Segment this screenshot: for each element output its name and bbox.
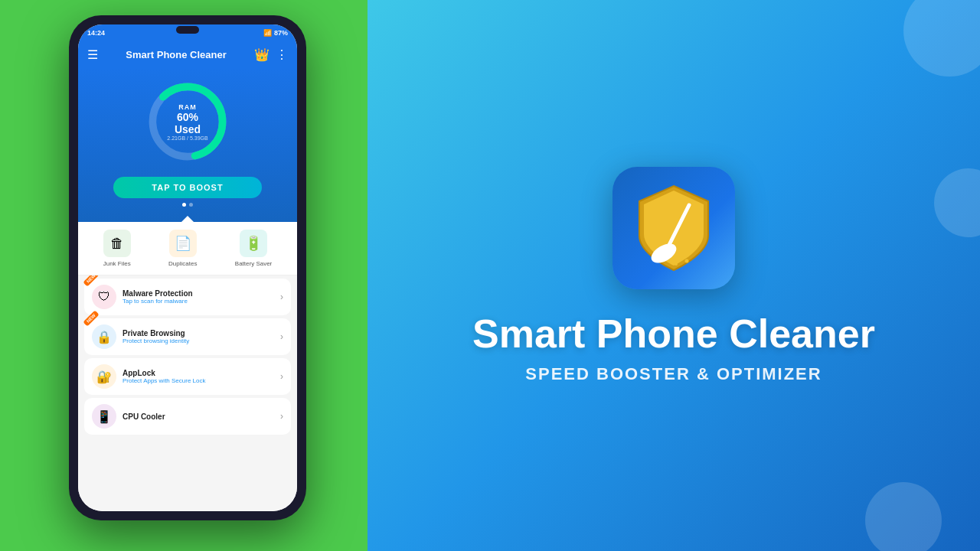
malware-text: Malware Protection Tap to scan for malwa…: [122, 289, 274, 305]
feature-applock[interactable]: 🔐 AppLock Protect Apps with Secure Lock …: [84, 358, 291, 395]
gauge-detail: 2.21GB / 5.39GB: [165, 135, 211, 141]
more-feature-icon: 📱: [96, 409, 112, 424]
feature-list: NEW 🛡 Malware Protection Tap to scan for…: [78, 276, 297, 511]
applock-icon-wrap: 🔐: [92, 364, 116, 389]
private-browsing-subtitle: Protect browsing identity: [122, 337, 274, 344]
feature-private-browsing[interactable]: NEW 🔒 Private Browsing Protect browsing …: [84, 318, 291, 355]
phone-screen: 14:24 📶 87% ☰ Smart Phone Cleaner 👑 ⋮: [78, 24, 297, 511]
feature-malware-protection[interactable]: NEW 🛡 Malware Protection Tap to scan for…: [84, 279, 291, 315]
malware-subtitle: Tap to scan for malware: [122, 298, 274, 305]
malware-arrow: ›: [280, 292, 283, 302]
app-header-title: Smart Phone Cleaner: [126, 49, 227, 60]
app-title-text: Smart Phone Cleaner: [472, 311, 875, 356]
junk-files-icon: 🗑: [103, 230, 131, 257]
duplicates-label: Duplicates: [168, 260, 197, 267]
phone-notch: [176, 26, 199, 34]
new-badge-malware: NEW: [83, 276, 99, 287]
applock-icon: 🔐: [96, 370, 112, 384]
private-browsing-title: Private Browsing: [122, 329, 274, 337]
action-duplicates[interactable]: 📄 Duplicates: [168, 230, 197, 267]
private-browsing-icon: 🔒: [96, 330, 112, 344]
applock-title: AppLock: [122, 369, 274, 377]
more-feature-arrow: ›: [280, 411, 283, 422]
applock-arrow: ›: [280, 371, 283, 382]
more-feature-text: CPU Cooler: [122, 412, 274, 421]
phone-mockup: 14:24 📶 87% ☰ Smart Phone Cleaner 👑 ⋮: [69, 15, 306, 520]
svg-point-5: [685, 259, 689, 263]
more-feature-icon-wrap: 📱: [92, 404, 116, 429]
feature-more[interactable]: 📱 CPU Cooler ›: [84, 398, 291, 435]
applock-text: AppLock Protect Apps with Secure Lock: [122, 369, 274, 384]
menu-icon[interactable]: ☰: [87, 47, 98, 62]
malware-icon-wrap: 🛡: [92, 285, 116, 309]
ram-section: RAM 60% Used 2.21GB / 5.39GB TAP TO BOOS…: [78, 68, 297, 222]
battery-text: 87%: [274, 29, 288, 37]
malware-icon: 🛡: [98, 290, 110, 304]
action-junk-files[interactable]: 🗑 Junk Files: [103, 230, 131, 267]
svg-point-6: [675, 262, 678, 266]
applock-subtitle: Protect Apps with Secure Lock: [122, 377, 274, 384]
battery-saver-icon: 🔋: [240, 230, 267, 257]
malware-title: Malware Protection: [122, 289, 274, 298]
private-browsing-arrow: ›: [280, 331, 283, 342]
more-icon[interactable]: ⋮: [276, 47, 288, 62]
junk-files-label: Junk Files: [103, 260, 131, 267]
status-time: 14:24: [87, 29, 105, 37]
gauge-label: RAM: [165, 103, 211, 111]
right-panel: Smart Phone Cleaner SPEED BOOSTER & OPTI…: [368, 0, 980, 551]
app-icon: [612, 167, 735, 289]
quick-actions: 🗑 Junk Files 📄 Duplicates 🔋 Battery Save…: [78, 222, 297, 276]
battery-saver-label: Battery Saver: [235, 260, 272, 267]
status-icons: 📶 87%: [263, 29, 288, 37]
gauge-center: RAM 60% Used 2.21GB / 5.39GB: [165, 103, 211, 141]
header-icons: 👑 ⋮: [254, 47, 288, 62]
gauge-percent: 60% Used: [165, 111, 211, 135]
shield-broom-svg: [624, 178, 724, 278]
dot-1: [182, 203, 186, 207]
app-subtitle: SPEED BOOSTER & OPTIMIZER: [525, 364, 822, 384]
duplicates-icon: 📄: [169, 230, 197, 257]
crown-icon: 👑: [254, 47, 270, 62]
svg-point-4: [679, 253, 684, 257]
private-browsing-text: Private Browsing Protect browsing identi…: [122, 329, 274, 344]
dot-2: [189, 203, 193, 207]
action-battery-saver[interactable]: 🔋 Battery Saver: [235, 230, 272, 267]
signal-icon: 📶: [263, 29, 272, 37]
pagination-dots: [182, 203, 193, 207]
app-title: Smart Phone Cleaner: [472, 312, 875, 356]
phone-body: 14:24 📶 87% ☰ Smart Phone Cleaner 👑 ⋮: [69, 15, 306, 520]
private-browsing-icon-wrap: 🔒: [92, 324, 116, 349]
more-feature-title: CPU Cooler: [122, 412, 274, 421]
ram-gauge: RAM 60% Used 2.21GB / 5.39GB: [142, 76, 234, 168]
